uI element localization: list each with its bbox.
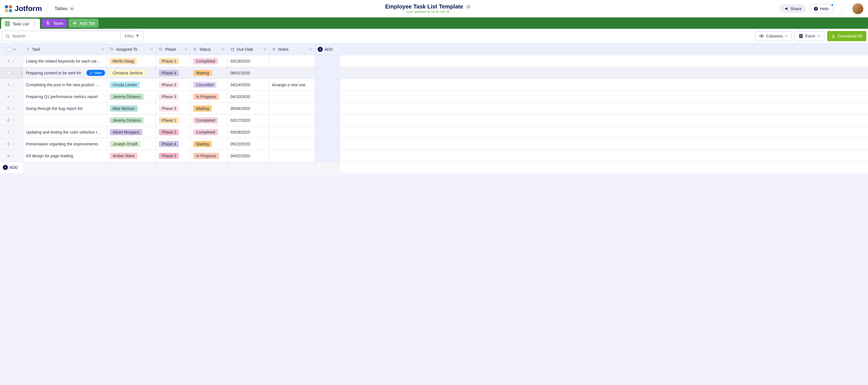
tab-task-list[interactable]: Task List [1, 19, 40, 29]
page-title[interactable]: Employee Task List Template [385, 3, 463, 10]
cell-due-date[interactable]: 06/01/2020 [227, 67, 269, 79]
star-icon[interactable]: ☆ [11, 106, 16, 112]
row-checkbox[interactable] [6, 71, 10, 75]
column-header-task[interactable]: Task [23, 43, 107, 55]
form-button[interactable]: Form [795, 31, 824, 41]
cell-task[interactable]: Listing the related keywords for each ca… [23, 55, 107, 67]
cell-phase[interactable]: Phase 4 [156, 67, 190, 79]
refresh-icon[interactable] [446, 10, 450, 13]
cell-task[interactable]: Going through the bug report list [23, 102, 107, 114]
star-icon[interactable]: ☆ [11, 94, 16, 100]
cell-notes[interactable] [269, 102, 315, 114]
logo[interactable]: Jotform [4, 4, 42, 13]
cell-status[interactable]: Waiting [190, 138, 227, 150]
cell-assigned[interactable]: Merlin Haag [107, 55, 156, 67]
search-box[interactable] [2, 31, 120, 41]
cell-status[interactable]: Waiting [190, 102, 227, 114]
cell-status[interactable]: Completed [190, 126, 227, 138]
cell-status[interactable]: Waiting [190, 67, 227, 79]
tab-menu-icon[interactable] [32, 21, 37, 27]
user-avatar[interactable] [852, 3, 864, 14]
filter-button[interactable]: Filter [120, 31, 143, 41]
cell-assigned[interactable]: Amber Ware [107, 150, 156, 161]
chevron-down-icon[interactable] [150, 48, 153, 51]
cell-task[interactable]: Completing the post in the new product … [23, 79, 107, 90]
cell-phase[interactable]: Phase 2 [156, 126, 190, 138]
star-icon[interactable]: ☆ [11, 82, 16, 88]
table-row[interactable]: 9☆ Gif design for page loading Amber War… [0, 150, 868, 162]
cell-phase[interactable]: Phase 2 [156, 150, 190, 161]
cell-status[interactable]: In Progress [190, 150, 227, 161]
cell-phase[interactable]: Phase 3 [156, 91, 190, 102]
cell-due-date[interactable]: 03/18/2020 [227, 55, 269, 67]
cell-status[interactable]: Completed [190, 114, 227, 126]
cell-assigned[interactable]: Christina Jenkins [107, 67, 156, 79]
cell-due-date[interactable]: 04/24/2020 [227, 79, 269, 90]
cell-task[interactable]: Preparing Q1 performance metrics report [23, 91, 107, 102]
star-icon[interactable]: ☆ [12, 70, 17, 76]
chevron-down-icon[interactable] [309, 48, 312, 51]
chevron-down-icon[interactable] [222, 48, 224, 51]
cell-due-date[interactable]: 05/22/2020 [227, 138, 269, 150]
cell-notes[interactable] [269, 114, 315, 126]
cell-assigned[interactable]: Jeremy Dickens [107, 114, 156, 126]
cell-assigned[interactable]: Max Henson [107, 102, 156, 114]
cell-phase[interactable]: Phase 1 [156, 114, 190, 126]
add-row-button[interactable]: + ADD [0, 165, 23, 170]
column-header-phase[interactable]: Phase [156, 43, 190, 55]
cell-assigned[interactable]: Jeremy Dickens [107, 91, 156, 102]
columns-button[interactable]: Columns [755, 31, 792, 41]
cell-status[interactable]: Cancelled [190, 79, 227, 90]
table-row[interactable]: 1☆ Listing the related keywords for each… [0, 55, 868, 67]
column-header-due-date[interactable]: Due Date [227, 43, 269, 55]
column-header-notes[interactable]: Notes [269, 43, 315, 55]
table-row[interactable]: 7☆ Updating and testing the color select… [0, 126, 868, 138]
cell-notes[interactable] [269, 55, 315, 67]
cell-phase[interactable]: Phase 3 [156, 79, 190, 90]
chevron-down-icon[interactable] [13, 48, 16, 51]
table-row[interactable]: 6☆ Jeremy Dickens Phase 1 Completed 03/1… [0, 114, 868, 126]
table-row[interactable]: ☆ Preparing content to be sent thrView C… [0, 67, 868, 79]
cell-task[interactable]: Presentation regarding the improvements [23, 138, 107, 150]
cell-assigned[interactable]: Albert Morgans [107, 126, 156, 138]
cell-notes[interactable]: Arrange a new one. [269, 79, 315, 90]
chevron-down-icon[interactable] [263, 48, 266, 51]
star-icon[interactable]: ☆ [11, 117, 16, 123]
search-input[interactable] [12, 33, 117, 38]
column-header-assigned[interactable]: Assigned To [107, 43, 156, 55]
download-all-button[interactable]: Download All [827, 31, 866, 41]
cell-task[interactable] [23, 114, 107, 126]
cell-phase[interactable]: Phase 1 [156, 55, 190, 67]
cell-task[interactable]: Updating and testing the color selection… [23, 126, 107, 138]
cell-notes[interactable] [269, 67, 315, 79]
cell-assigned[interactable]: Joseph O'neill [107, 138, 156, 150]
cell-notes[interactable] [269, 126, 315, 138]
cell-status[interactable]: In Progress [190, 91, 227, 102]
row-menu-icon[interactable] [21, 71, 22, 75]
chevron-down-icon[interactable] [184, 48, 187, 51]
table-row[interactable]: 8☆ Presentation regarding the improvemen… [0, 138, 868, 150]
star-icon[interactable]: ☆ [11, 129, 16, 135]
add-tab-button[interactable]: Add Tab [68, 19, 99, 28]
cell-phase[interactable]: Phase 3 [156, 102, 190, 114]
cell-notes[interactable] [269, 91, 315, 102]
cell-assigned[interactable]: Ursula Lemke [107, 79, 156, 90]
cell-status[interactable]: Completed [190, 55, 227, 67]
table-row[interactable]: 3☆ Completing the post in the new produc… [0, 79, 868, 91]
cell-due-date[interactable]: 04/10/2020 [227, 91, 269, 102]
title-dropdown-icon[interactable] [466, 4, 471, 9]
column-header-status[interactable]: Status [190, 43, 227, 55]
cell-notes[interactable] [269, 138, 315, 150]
cell-due-date[interactable]: 03/17/2020 [227, 114, 269, 126]
share-button[interactable]: Share [780, 4, 806, 13]
help-button[interactable]: ? Help [809, 4, 833, 13]
cell-due-date[interactable]: 05/04/2020 [227, 102, 269, 114]
cell-phase[interactable]: Phase 4 [156, 138, 190, 150]
tables-dropdown[interactable]: Tables [52, 5, 76, 12]
cell-due-date[interactable]: 04/02/2020 [227, 150, 269, 161]
star-icon[interactable]: ☆ [11, 58, 16, 64]
cell-task[interactable]: Gif design for page loading [23, 150, 107, 161]
star-icon[interactable]: ☆ [11, 141, 16, 147]
tab-team[interactable]: Team [42, 19, 67, 28]
cell-due-date[interactable]: 03/26/2020 [227, 126, 269, 138]
